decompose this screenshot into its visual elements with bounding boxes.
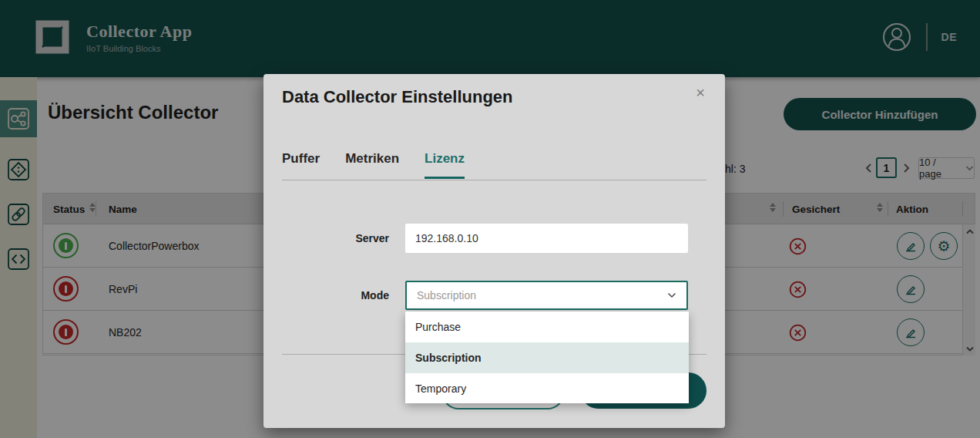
chevron-down-icon	[667, 292, 676, 298]
tab-puffer[interactable]: Puffer	[282, 151, 320, 179]
dropdown-option-purchase[interactable]: Purchase	[405, 312, 689, 342]
dropdown-option-temporary[interactable]: Temporary	[405, 373, 689, 403]
dropdown-option-subscription[interactable]: Subscription	[405, 342, 689, 373]
server-label: Server	[263, 224, 389, 253]
tabs-divider	[282, 180, 706, 180]
mode-select[interactable]: Subscription	[405, 281, 688, 310]
settings-modal: Data Collector Einstellungen × Puffer Me…	[263, 74, 725, 428]
server-input[interactable]	[405, 224, 688, 253]
mode-dropdown-menu: Purchase Subscription Temporary	[405, 312, 689, 403]
app-root: Collector App IIoT Building Blocks DE	[0, 0, 980, 438]
close-icon[interactable]: ×	[691, 83, 710, 103]
modal-tabs: Puffer Metriken Lizenz	[282, 151, 465, 179]
modal-title: Data Collector Einstellungen	[282, 87, 513, 107]
mode-label: Mode	[263, 281, 389, 310]
tab-lizenz[interactable]: Lizenz	[425, 151, 465, 179]
mode-placeholder: Subscription	[417, 289, 667, 302]
tab-metriken[interactable]: Metriken	[345, 151, 399, 179]
